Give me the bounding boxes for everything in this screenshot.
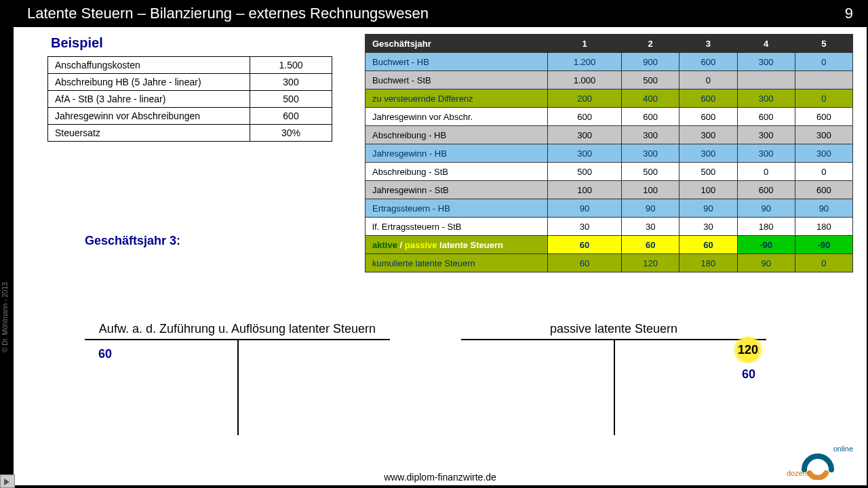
- cell-value: 0: [795, 163, 852, 181]
- table-header-row: Geschäftsjahr 1 2 3 4 5: [366, 35, 853, 53]
- cell-value: 100: [679, 181, 737, 199]
- cell-value: 500: [548, 163, 622, 181]
- year-col: 2: [622, 35, 679, 53]
- cell-value: 180: [679, 254, 737, 272]
- table-row: Buchwert - StB1.0005000: [366, 71, 853, 89]
- cell-value: 0: [679, 71, 737, 89]
- cell-value: 300: [548, 144, 622, 163]
- cell-value: 100: [622, 181, 679, 199]
- table-row: Anschaffungskosten1.500: [48, 57, 332, 74]
- year-col: 4: [737, 35, 795, 53]
- slideshow-control-icon[interactable]: [0, 474, 15, 488]
- assumption-value: 300: [250, 74, 332, 91]
- cell-value: [737, 71, 795, 89]
- assumptions-table: Anschaffungskosten1.500Abschreibung HB (…: [47, 56, 332, 142]
- cell-value: [795, 71, 852, 89]
- table-row: kumulierte latente Steuern60120180900: [366, 254, 853, 272]
- t-account-passive: passive latente Steuern 120 60: [461, 322, 766, 435]
- logo-text-dozent: dozent: [787, 469, 809, 477]
- cell-value: 600: [622, 108, 679, 126]
- year-col: 3: [679, 35, 737, 53]
- table-row: Ertragssteuern - HB9090909090: [366, 199, 853, 218]
- cell-value: 600: [679, 53, 737, 71]
- cell-value: 900: [622, 53, 679, 71]
- cell-value: 90: [679, 199, 737, 218]
- row-label: Jahresgewinn - HB: [366, 144, 548, 163]
- cell-value: 500: [679, 163, 737, 181]
- cell-value: 90: [622, 199, 679, 218]
- row-label: aktive / passive latente Steuern: [366, 236, 548, 254]
- cell-value: 300: [795, 144, 852, 163]
- assumption-label: Jahresgewinn vor Abschreibungen: [48, 108, 250, 125]
- table-row: aktive / passive latente Steuern606060-9…: [366, 236, 853, 254]
- cell-value: 500: [622, 163, 679, 181]
- table-row: Jahresgewinn - HB300300300300300: [366, 144, 853, 163]
- table-row: Jahresgewinn vor Abschr.600600600600600: [366, 108, 853, 126]
- logo-text-online: online: [833, 445, 853, 453]
- assumption-value: 1.500: [250, 57, 332, 74]
- t-account-aufwand: Aufw. a. d. Zuführung u. Auflösung laten…: [85, 322, 390, 435]
- cell-value: 180: [795, 218, 852, 236]
- table-row: Steuersatz30%: [48, 125, 332, 142]
- table-row: Abschreibung - StB50050050000: [366, 163, 853, 181]
- t-account-box: 60: [85, 339, 390, 435]
- cell-value: 1.200: [548, 53, 622, 71]
- copyright-text: © Dr. Möhlmann - 2013: [1, 342, 137, 352]
- cell-value: 300: [737, 53, 795, 71]
- cell-value: 300: [795, 126, 852, 144]
- footer-url: www.diplom-finanzwirte.de: [14, 472, 867, 483]
- cell-value: 600: [737, 108, 795, 126]
- cell-value: 400: [622, 89, 679, 108]
- cell-value: 600: [679, 89, 737, 108]
- cell-value: 1.000: [548, 71, 622, 89]
- cell-value: 90: [737, 254, 795, 272]
- cell-value: 60: [622, 236, 679, 254]
- table-row: Buchwert - HB1.2009006003000: [366, 53, 853, 71]
- table-row: Jahresgewinn vor Abschreibungen600: [48, 108, 332, 125]
- cell-value: 180: [737, 218, 795, 236]
- slide-number: 9: [845, 0, 853, 27]
- cell-value: 90: [737, 199, 795, 218]
- row-label: Jahresgewinn - StB: [366, 181, 548, 199]
- row-label: Buchwert - HB: [366, 53, 548, 71]
- header-label: Geschäftsjahr: [366, 35, 548, 53]
- cell-value: 300: [679, 144, 737, 163]
- cell-value: 120: [622, 254, 679, 272]
- dozent-online-logo: dozent online: [791, 446, 852, 480]
- year-col: 5: [795, 35, 852, 53]
- table-row: Jahresgewinn - StB100100100600600: [366, 181, 853, 199]
- row-label: lf. Ertragssteuern - StB: [366, 218, 548, 236]
- geschaeftsjahr-3-label: Geschäftsjahr 3:: [85, 234, 180, 248]
- calculation-table: Geschäftsjahr 1 2 3 4 5 Buchwert - HB1.2…: [365, 34, 853, 272]
- cell-value: 100: [548, 181, 622, 199]
- assumption-label: Steuersatz: [48, 125, 250, 142]
- cell-value: 600: [737, 181, 795, 199]
- slide: Latente Steuern – Bilanzierung – externe…: [14, 0, 867, 485]
- row-label: zu versteuernde Differenz: [366, 89, 548, 108]
- assumption-value: 30%: [250, 125, 332, 142]
- cell-value: 500: [622, 71, 679, 89]
- cell-value: 300: [737, 126, 795, 144]
- highlighted-value: 120: [732, 336, 764, 363]
- cell-value: 90: [795, 199, 852, 218]
- cell-value: 0: [737, 163, 795, 181]
- title-bar: Latente Steuern – Bilanzierung – externe…: [14, 0, 867, 27]
- cell-value: 600: [679, 108, 737, 126]
- cell-value: 300: [548, 126, 622, 144]
- t-account-box: 120 60: [461, 339, 766, 435]
- cell-value: 300: [622, 144, 679, 163]
- cell-value: 600: [548, 108, 622, 126]
- t-account-right-value-2: 60: [742, 367, 755, 382]
- cell-value: 300: [737, 144, 795, 163]
- t-account-title: Aufw. a. d. Zuführung u. Auflösung laten…: [85, 322, 390, 336]
- cell-value: 600: [795, 181, 852, 199]
- cell-value: 0: [795, 53, 852, 71]
- table-row: Abschreibung - HB300300300300300: [366, 126, 853, 144]
- cell-value: 90: [548, 199, 622, 218]
- cell-value: -90: [795, 236, 852, 254]
- row-label: Abschreibung - HB: [366, 126, 548, 144]
- assumption-label: Anschaffungskosten: [48, 57, 250, 74]
- table-row: AfA - StB (3 Jahre - linear)500: [48, 91, 332, 108]
- row-label: Jahresgewinn vor Abschr.: [366, 108, 548, 126]
- assumption-value: 600: [250, 108, 332, 125]
